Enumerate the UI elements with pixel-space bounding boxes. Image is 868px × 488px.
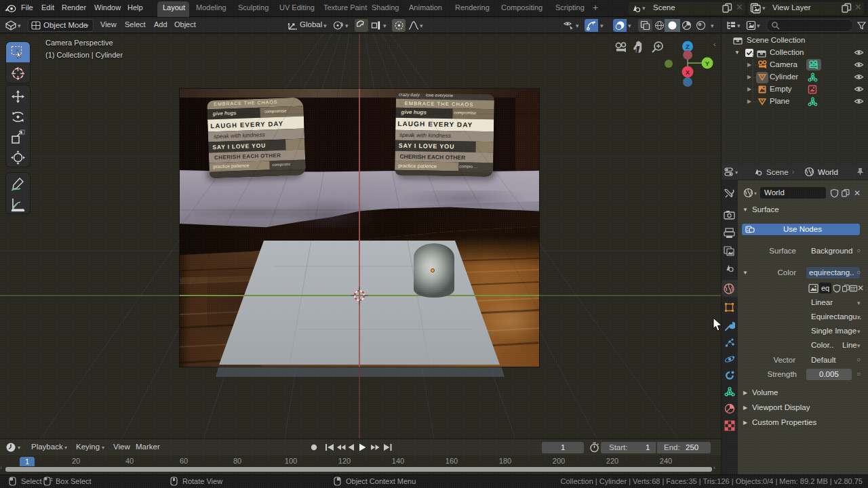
svg-text:Y: Y — [705, 60, 710, 67]
svg-text:Z: Z — [686, 43, 690, 50]
svg-text:X: X — [686, 68, 690, 76]
